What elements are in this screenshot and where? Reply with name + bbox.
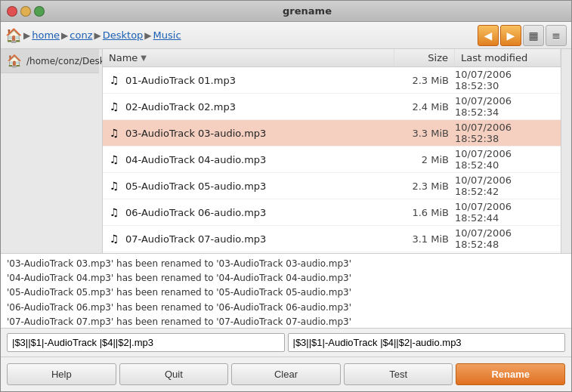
sep3: ▶ [94,30,101,41]
table-row[interactable]: ♫ 05-AudioTrack 05-audio.mp3 2.3 MiB 10/… [103,173,561,199]
pattern-area [1,329,571,357]
file-size: 2.4 MiB [394,101,455,113]
file-icon: ♫ [103,233,125,245]
sep2: ▶ [61,30,68,41]
file-icon: ♫ [103,180,125,192]
breadcrumb-conz[interactable]: conz [70,29,92,41]
file-date: 10/07/2006 18:52:34 [455,95,561,118]
log-area: '03-AudioTrack 03.mp3' has been renamed … [1,253,571,329]
file-icon: ♫ [103,206,125,218]
log-message: '07-AudioTrack 07.mp3' has been renamed … [7,315,565,329]
file-icon: ♫ [103,100,125,113]
clear-button[interactable]: Clear [231,363,341,385]
file-date: 10/07/2006 18:52:42 [455,174,561,197]
nav-buttons: ◀ ▶ ▦ ≡ [478,25,567,46]
minimize-button[interactable] [20,6,31,17]
table-row[interactable]: ♫ 04-AudioTrack 04-audio.mp3 2 MiB 10/07… [103,147,561,173]
from-pattern-input[interactable] [7,333,285,352]
log-message: '06-AudioTrack 06.mp3' has been renamed … [7,301,565,315]
table-row[interactable]: ♫ 01-AudioTrack 01.mp3 2.3 MiB 10/07/200… [103,67,561,94]
sort-arrow: ▼ [141,54,147,62]
col-size-header[interactable]: Size [394,49,455,66]
titlebar: grename [1,1,571,22]
table-row[interactable]: ♫ 06-AudioTrack 06-audio.mp3 1.6 MiB 10/… [103,199,561,226]
file-date: 10/07/2006 18:52:48 [455,227,561,250]
file-date: 10/07/2006 18:52:40 [455,148,561,171]
file-size: 3.3 MiB [394,128,455,139]
breadcrumb-music[interactable]: Music [153,29,181,41]
back-button[interactable]: ◀ [478,25,499,46]
file-name: 07-AudioTrack 07-audio.mp3 [125,233,394,245]
location-path: /home/conz/Desktop/Music [26,56,103,66]
file-icon: ♫ [103,127,125,139]
table-row[interactable]: ♫ 07-AudioTrack 07-audio.mp3 3.1 MiB 10/… [103,226,561,252]
window-controls [7,6,45,17]
file-icon: ♫ [103,153,125,165]
table-row[interactable]: ♫ 02-AudioTrack 02.mp3 2.4 MiB 10/07/200… [103,94,561,120]
file-list-container: Name ▼ Size Last modified ♫ 01-AudioTrac… [103,49,561,253]
test-button[interactable]: Test [344,363,453,385]
location-bar: 🏠 /home/conz/Desktop/Music [1,49,99,73]
col-modified-header[interactable]: Last modified [455,49,561,66]
maximize-button[interactable] [34,6,45,17]
file-size: 2.3 MiB [394,181,455,192]
col-name-header[interactable]: Name ▼ [103,49,394,66]
file-name: 05-AudioTrack 05-audio.mp3 [125,181,394,192]
help-button[interactable]: Help [7,363,116,385]
sep1: ▶ [23,30,30,41]
toolbar: 🏠 ▶ home ▶ conz ▶ Desktop ▶ Music ◀ ▶ ▦ … [1,22,571,49]
file-name: 06-AudioTrack 06-audio.mp3 [125,207,394,218]
close-button[interactable] [7,6,17,17]
home-icon[interactable]: 🏠 [5,27,22,43]
table-row[interactable]: ♫ 03-AudioTrack 03-audio.mp3 3.3 MiB 10/… [103,120,561,147]
list-view-button[interactable]: ≡ [546,25,567,46]
file-size: 3.1 MiB [394,233,455,245]
file-name: 03-AudioTrack 03-audio.mp3 [125,128,394,139]
scrollbar[interactable] [561,49,571,253]
log-message: '03-AudioTrack 03.mp3' has been renamed … [7,257,565,271]
file-size: 1.6 MiB [394,207,455,218]
file-date: 10/07/2006 18:52:38 [455,122,561,144]
file-list-area: 🏠 /home/conz/Desktop/Music Name ▼ Size L… [1,49,571,253]
file-date: 10/07/2006 18:52:30 [455,69,561,91]
button-row: Help Quit Clear Test Rename [1,357,571,391]
file-size: 2.3 MiB [394,75,455,86]
file-list-header: Name ▼ Size Last modified [103,49,561,67]
breadcrumb-home[interactable]: home [32,29,60,41]
left-panel: 🏠 /home/conz/Desktop/Music [1,49,103,253]
file-name: 01-AudioTrack 01.mp3 [125,75,394,86]
location-home-icon: 🏠 [7,54,22,68]
main-window: grename 🏠 ▶ home ▶ conz ▶ Desktop ▶ Musi… [0,0,572,392]
quit-button[interactable]: Quit [119,363,229,385]
forward-button[interactable]: ▶ [500,25,521,46]
file-size: 2 MiB [394,154,455,165]
file-date: 10/07/2006 18:52:44 [455,201,561,224]
file-name: 02-AudioTrack 02.mp3 [125,101,394,113]
sep4: ▶ [144,30,151,41]
log-message: '04-AudioTrack 04.mp3' has been renamed … [7,271,565,286]
breadcrumb-desktop[interactable]: Desktop [103,29,144,41]
to-pattern-input[interactable] [288,333,566,352]
window-title: grename [49,5,565,17]
icon-view-button[interactable]: ▦ [523,25,544,46]
file-name: 04-AudioTrack 04-audio.mp3 [125,154,394,165]
file-icon: ♫ [103,74,125,86]
breadcrumb: 🏠 ▶ home ▶ conz ▶ Desktop ▶ Music [5,27,475,43]
file-list: ♫ 01-AudioTrack 01.mp3 2.3 MiB 10/07/200… [103,67,561,253]
rename-button[interactable]: Rename [456,363,565,385]
log-message: '05-AudioTrack 05.mp3' has been renamed … [7,286,565,300]
